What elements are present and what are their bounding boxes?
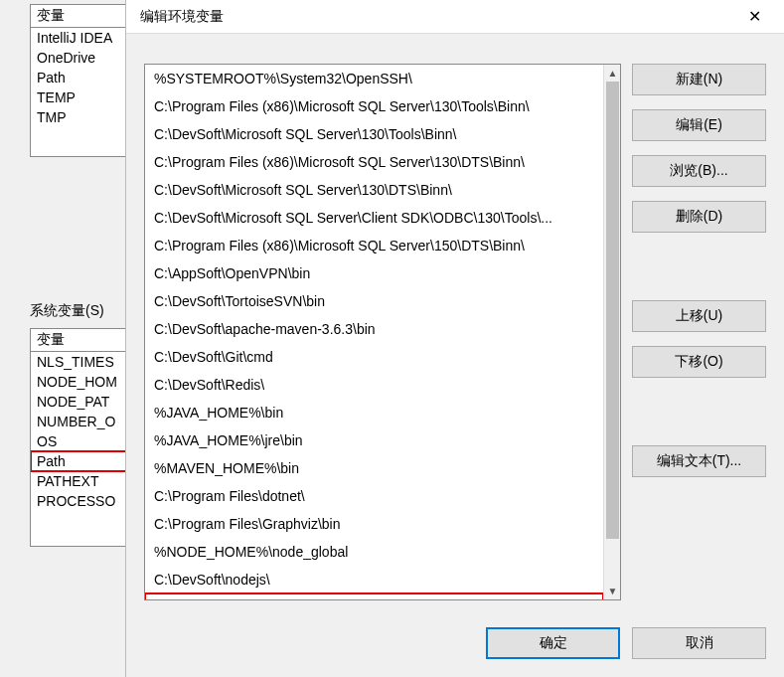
scroll-thumb[interactable] [606,82,619,539]
path-entry-item[interactable]: C:\Program Files (x86)\Microsoft SQL Ser… [145,148,603,176]
list-item[interactable]: OneDrive [31,48,138,68]
path-entry-item[interactable]: C:\Program Files\Graphviz\bin [145,510,603,538]
list-item[interactable]: NODE_PAT [31,392,138,412]
list-item[interactable]: NODE_HOM [31,372,138,392]
browse-button[interactable]: 浏览(B)... [632,155,766,187]
edit-env-var-dialog: 编辑环境变量 ✕ %SYSTEMROOT%\System32\OpenSSH\C… [125,0,784,677]
path-entry-item[interactable]: C:\DevSoft\Redis\ [145,371,603,399]
list-item[interactable]: PATHEXT [31,471,138,491]
path-entry-item[interactable]: C:\Program Files\dotnet\ [145,482,603,510]
user-vars-header: 变量 [31,5,138,28]
edit-button[interactable]: 编辑(E) [632,109,766,141]
system-vars-label: 系统变量(S) [30,302,104,320]
scroll-down-icon[interactable]: ▼ [604,583,621,599]
path-entry-item[interactable]: C:\AppSoft\OpenVPN\bin [145,259,603,287]
path-entry-item[interactable]: C:\Program Files (x86)\Microsoft SQL Ser… [145,232,603,259]
move-down-button[interactable]: 下移(O) [632,346,766,378]
path-entry-item[interactable]: %MYSQL8_HOME%\bin [145,593,603,599]
cancel-button[interactable]: 取消 [632,627,766,659]
list-item[interactable]: Path [31,68,138,87]
path-entry-item[interactable]: C:\DevSoft\TortoiseSVN\bin [145,287,603,315]
path-entry-item[interactable]: %JAVA_HOME%\bin [145,399,603,426]
list-item[interactable]: OS [31,431,138,451]
scrollbar[interactable]: ▲ ▼ [603,65,620,599]
list-item[interactable]: IntelliJ IDEA [31,28,138,48]
path-entries-listbox[interactable]: %SYSTEMROOT%\System32\OpenSSH\C:\Program… [144,64,621,600]
edit-text-button[interactable]: 编辑文本(T)... [632,445,766,477]
path-entry-item[interactable]: %SYSTEMROOT%\System32\OpenSSH\ [145,65,603,92]
close-button[interactable]: ✕ [734,3,774,31]
path-entry-item[interactable]: C:\DevSoft\nodejs\ [145,566,603,593]
list-item[interactable]: NUMBER_O [31,412,138,431]
list-item[interactable]: NLS_TIMES [31,352,138,372]
list-item[interactable]: Path [31,451,138,471]
path-entry-item[interactable]: C:\Program Files (x86)\Microsoft SQL Ser… [145,92,603,120]
new-button[interactable]: 新建(N) [632,64,766,95]
close-icon: ✕ [748,7,761,26]
user-vars-listbox[interactable]: 变量 IntelliJ IDEAOneDrivePathTEMPTMP [30,4,139,157]
system-vars-listbox[interactable]: 变量 NLS_TIMESNODE_HOMNODE_PATNUMBER_OOSPa… [30,328,139,547]
move-up-button[interactable]: 上移(U) [632,300,766,332]
ok-button[interactable]: 确定 [486,627,620,659]
dialog-titlebar: 编辑环境变量 ✕ [126,0,784,34]
path-entry-item[interactable]: %NODE_HOME%\node_global [145,538,603,566]
path-entry-item[interactable]: %JAVA_HOME%\jre\bin [145,426,603,454]
list-item[interactable]: TEMP [31,87,138,107]
path-entry-item[interactable]: C:\DevSoft\apache-maven-3.6.3\bin [145,315,603,343]
list-item[interactable]: TMP [31,107,138,127]
dialog-title: 编辑环境变量 [140,8,224,26]
path-entry-item[interactable]: C:\DevSoft\Microsoft SQL Server\Client S… [145,204,603,232]
delete-button[interactable]: 删除(D) [632,201,766,233]
scroll-up-icon[interactable]: ▲ [604,65,621,82]
path-entry-item[interactable]: C:\DevSoft\Git\cmd [145,343,603,371]
list-item[interactable]: PROCESSO [31,491,138,511]
path-entry-item[interactable]: C:\DevSoft\Microsoft SQL Server\130\DTS\… [145,176,603,204]
system-vars-header: 变量 [31,329,138,352]
path-entry-item[interactable]: %MAVEN_HOME%\bin [145,454,603,482]
path-entry-item[interactable]: C:\DevSoft\Microsoft SQL Server\130\Tool… [145,120,603,148]
